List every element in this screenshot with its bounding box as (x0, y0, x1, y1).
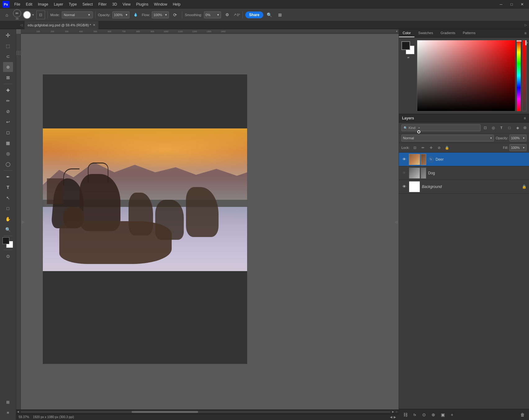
path-select-button[interactable]: ↖ (3, 193, 13, 203)
tab-color[interactable]: Color (399, 29, 414, 37)
horizontal-scrollbar[interactable]: ◀ ▶ ▷ (16, 409, 399, 414)
filter-adjustment-icon[interactable]: ◎ (490, 124, 497, 131)
layer-fill-value[interactable]: 100% ▼ (509, 144, 527, 151)
status-arrow-left[interactable]: ◀ (390, 415, 392, 419)
status-arrow-right[interactable]: ▶ (394, 415, 396, 419)
layer-blend-mode-dropdown[interactable]: Normal ▼ (401, 135, 494, 141)
text-tool-button[interactable]: T (3, 182, 13, 192)
shape-tool-button[interactable]: □ (3, 203, 13, 213)
filter-pixel-icon[interactable]: ⊡ (482, 124, 489, 131)
scroll-right-arrow[interactable]: ▶ (391, 410, 395, 413)
menu-plugins[interactable]: Plugins (134, 2, 151, 7)
brush-settings-icon[interactable]: ⊡ (36, 11, 45, 19)
menu-view[interactable]: View (120, 2, 133, 7)
layer-search-box[interactable]: 🔍 Kind ▼ (401, 124, 481, 131)
foreground-color-chip[interactable] (2, 237, 9, 244)
window-close-button[interactable]: ✕ (518, 0, 527, 9)
menu-select[interactable]: Select (80, 2, 95, 7)
lasso-tool-button[interactable]: ⊂ (3, 51, 13, 61)
horizontal-scroll-thumb[interactable] (132, 411, 198, 413)
canvas-document[interactable] (43, 74, 247, 364)
menu-filter[interactable]: Filter (96, 2, 109, 7)
menu-file[interactable]: File (12, 2, 23, 7)
smoothing-settings[interactable]: ⚙ (223, 11, 232, 19)
layer-opacity-value[interactable]: 100% ▼ (509, 135, 527, 141)
angle-control[interactable]: ↗ 0° (233, 13, 240, 17)
left-panel-collapse[interactable]: ▷ (21, 219, 26, 225)
menu-edit[interactable]: Edit (23, 2, 35, 7)
doc-tab-close[interactable]: ✕ (93, 23, 95, 27)
lock-artboard-button[interactable]: ⊘ (436, 144, 442, 151)
filter-shape-icon[interactable]: □ (506, 124, 513, 131)
filter-type-icon[interactable]: T (498, 124, 505, 131)
menu-3d[interactable]: 3D (110, 2, 119, 7)
layer-visibility-dog[interactable]: 👁 (401, 170, 407, 176)
lock-all-button[interactable]: 🔒 (444, 144, 450, 151)
scroll-left-arrow[interactable]: ◀ (16, 410, 20, 413)
opacity-control[interactable]: 100%▼ (112, 11, 129, 18)
right-panel-collapse[interactable]: ◁ (394, 219, 399, 225)
lock-position-button[interactable]: ✛ (427, 144, 434, 151)
select-tool-button[interactable]: ⬚ (3, 41, 13, 51)
filter-smart-icon[interactable]: ◈ (514, 124, 521, 131)
move-tool-button[interactable]: ✛ (3, 30, 13, 40)
tab-patterns[interactable]: Patterns (459, 29, 479, 37)
canvas-viewport[interactable]: ◁ ▷ (21, 34, 399, 409)
delete-layer-button[interactable]: 🗑 (518, 411, 527, 419)
menu-image[interactable]: Image (35, 2, 51, 7)
pen-tool-button[interactable]: ✒ (3, 172, 13, 182)
brush-preview[interactable] (23, 11, 31, 19)
add-mask-button[interactable]: ⊙ (420, 411, 428, 419)
layers-panel-menu-icon[interactable]: ≡ (524, 116, 526, 120)
filter-toggle-dot[interactable] (523, 126, 527, 129)
heal-tool-button[interactable]: ✚ (3, 85, 13, 95)
airbrush-toggle[interactable]: 💧 (131, 11, 140, 19)
search-button[interactable]: 🔍 (265, 11, 274, 19)
layer-row-background[interactable]: 👁 Background 🔒 (399, 180, 529, 194)
adjustment-layer-button[interactable]: ⊕ (429, 411, 437, 419)
swap-colors-icon[interactable]: ⇄ (401, 56, 415, 59)
eyedropper-tool-button[interactable]: ⊠ (3, 73, 13, 83)
panel-collapse-right[interactable]: ▷ (525, 23, 529, 27)
group-layers-button[interactable]: ▣ (439, 411, 447, 419)
layer-fx-badge-deer[interactable]: fx (428, 157, 434, 162)
brush-tool-left[interactable]: ✏ (3, 96, 13, 106)
new-layer-button[interactable]: + (448, 411, 456, 419)
menu-help[interactable]: Help (170, 2, 183, 7)
menu-window[interactable]: Window (151, 2, 170, 7)
menu-layer[interactable]: Layer (51, 2, 66, 7)
zoom-tool-button[interactable]: 🔍 (3, 225, 13, 235)
layer-row-dog[interactable]: 👁 Dog (399, 166, 529, 180)
layer-visibility-deer[interactable]: 👁 (401, 157, 407, 162)
tab-scroll-left[interactable]: ◁ (20, 23, 25, 27)
layer-visibility-background[interactable]: 👁 (401, 184, 407, 190)
flow-icon[interactable]: ⟳ (171, 11, 179, 19)
frame-button[interactable]: ⊞ (3, 397, 13, 407)
history-brush-button[interactable]: ↩ (3, 117, 13, 127)
filter-dropdown-arrow[interactable]: ▼ (418, 127, 420, 129)
timeline-expand[interactable]: ▷ (395, 410, 399, 413)
flow-control[interactable]: 100%▼ (152, 11, 169, 18)
menu-type[interactable]: Type (66, 2, 79, 7)
dodge-tool-button[interactable]: ◯ (3, 159, 13, 169)
tab-swatches[interactable]: Swatches (414, 29, 437, 37)
layer-row-deer[interactable]: 👁 fx Deer (399, 153, 529, 166)
mode-dropdown[interactable]: Normal▼ (62, 11, 93, 18)
document-tab[interactable]: edu.gcfglobal.org.psd @ 59.4% (RGB/8) * … (25, 21, 99, 29)
opacity-slider[interactable]: ▷ (522, 40, 527, 111)
lock-pixels-button[interactable]: ⊡ (411, 144, 418, 151)
quick-mask-button[interactable]: ⊙ (3, 251, 13, 261)
hue-slider[interactable] (517, 40, 521, 111)
extra-tools-button[interactable]: ≡ (3, 408, 13, 418)
gradient-tool-button[interactable]: ▦ (3, 138, 13, 148)
clone-tool-button[interactable]: ⊘ (3, 106, 13, 116)
foreground-color-swatch[interactable] (401, 41, 410, 50)
window-maximize-button[interactable]: □ (507, 0, 516, 9)
smoothing-control[interactable]: 0%▼ (204, 11, 221, 18)
crop-tool-button[interactable]: ⊕ (3, 62, 13, 72)
lock-paint-button[interactable]: ✏ (419, 144, 426, 151)
blur-tool-button[interactable]: ◎ (3, 149, 13, 159)
color-panel-menu-icon[interactable]: ≡ (522, 29, 529, 37)
color-spectrum-picker[interactable] (417, 40, 515, 111)
tab-gradients[interactable]: Gradients (437, 29, 459, 37)
